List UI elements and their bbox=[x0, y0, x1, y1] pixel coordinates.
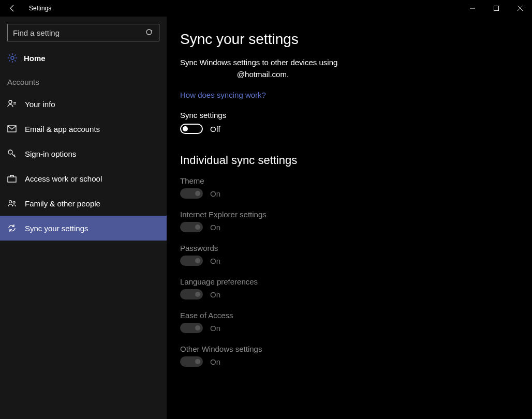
content-area: Sync your settings Sync Windows settings… bbox=[167, 17, 532, 419]
theme-state: On bbox=[210, 189, 220, 198]
sync-settings-label: Sync settings bbox=[180, 111, 519, 119]
language-pref-label: Language preferences bbox=[180, 277, 519, 286]
svg-point-13 bbox=[9, 100, 12, 103]
other-windows-state: On bbox=[210, 357, 220, 366]
mail-icon bbox=[7, 124, 17, 133]
home-link[interactable]: Home bbox=[0, 48, 167, 68]
language-pref-state: On bbox=[210, 290, 220, 299]
section-heading: Accounts bbox=[0, 68, 167, 92]
sidebar-item-label: Email & app accounts bbox=[25, 125, 100, 133]
passwords-state: On bbox=[210, 257, 220, 265]
sidebar-item-sync-settings[interactable]: Sync your settings bbox=[0, 216, 167, 241]
how-syncing-works-link[interactable]: How does syncing work? bbox=[180, 91, 519, 99]
ease-access-toggle[interactable] bbox=[180, 323, 203, 333]
sidebar-item-family[interactable]: Family & other people bbox=[0, 191, 167, 216]
window-title: Settings bbox=[25, 5, 51, 12]
search-placeholder: Find a setting bbox=[13, 28, 60, 37]
sidebar-item-label: Your info bbox=[25, 100, 55, 109]
svg-rect-20 bbox=[8, 177, 16, 182]
sidebar-item-label: Sign-in options bbox=[25, 149, 76, 158]
ease-access-state: On bbox=[210, 324, 220, 333]
person-icon bbox=[7, 99, 17, 109]
other-windows-label: Other Windows settings bbox=[180, 345, 519, 353]
titlebar: Settings bbox=[0, 0, 532, 17]
sidebar: Find a setting Home Accounts Your info bbox=[0, 17, 167, 419]
passwords-label: Passwords bbox=[180, 244, 519, 252]
sync-settings-toggle[interactable] bbox=[180, 124, 203, 134]
theme-label: Theme bbox=[180, 176, 519, 185]
sidebar-item-email-accounts[interactable]: Email & app accounts bbox=[0, 116, 167, 141]
svg-line-9 bbox=[9, 55, 10, 56]
svg-point-22 bbox=[13, 201, 15, 203]
sidebar-item-your-info[interactable]: Your info bbox=[0, 92, 167, 116]
svg-point-2 bbox=[146, 29, 152, 35]
sidebar-item-signin-options[interactable]: Sign-in options bbox=[0, 141, 167, 166]
ie-settings-state: On bbox=[210, 223, 220, 232]
search-input[interactable]: Find a setting bbox=[7, 24, 159, 41]
passwords-toggle[interactable] bbox=[180, 256, 203, 266]
ie-settings-toggle[interactable] bbox=[180, 222, 203, 232]
individual-sync-heading: Individual sync settings bbox=[180, 154, 519, 167]
page-title: Sync your settings bbox=[180, 31, 519, 48]
briefcase-icon bbox=[7, 174, 17, 183]
svg-point-4 bbox=[11, 56, 14, 59]
search-icon bbox=[145, 28, 154, 37]
svg-line-12 bbox=[14, 55, 16, 56]
sidebar-item-label: Access work or school bbox=[25, 174, 102, 183]
gear-icon bbox=[7, 53, 18, 63]
home-label: Home bbox=[24, 54, 46, 63]
svg-rect-1 bbox=[494, 6, 499, 11]
sidebar-item-access-work[interactable]: Access work or school bbox=[0, 166, 167, 191]
back-button[interactable] bbox=[0, 0, 25, 17]
svg-point-21 bbox=[9, 201, 12, 203]
svg-line-11 bbox=[9, 60, 10, 61]
maximize-button[interactable] bbox=[484, 0, 508, 17]
svg-line-18 bbox=[12, 154, 16, 157]
sync-description: Sync Windows settings to other devices u… bbox=[180, 57, 346, 80]
svg-line-10 bbox=[14, 60, 16, 61]
other-windows-toggle[interactable] bbox=[180, 356, 203, 367]
sync-icon bbox=[7, 223, 17, 233]
sidebar-item-label: Family & other people bbox=[25, 199, 100, 208]
close-button[interactable] bbox=[508, 0, 532, 17]
sync-settings-state: Off bbox=[210, 125, 220, 133]
key-icon bbox=[7, 149, 17, 158]
language-pref-toggle[interactable] bbox=[180, 289, 203, 300]
ie-settings-label: Internet Explorer settings bbox=[180, 210, 519, 219]
minimize-button[interactable] bbox=[461, 0, 484, 17]
theme-toggle[interactable] bbox=[180, 188, 203, 199]
svg-point-17 bbox=[8, 150, 12, 154]
people-icon bbox=[7, 199, 17, 208]
ease-access-label: Ease of Access bbox=[180, 311, 519, 320]
svg-line-19 bbox=[14, 155, 15, 156]
sidebar-item-label: Sync your settings bbox=[25, 224, 88, 233]
